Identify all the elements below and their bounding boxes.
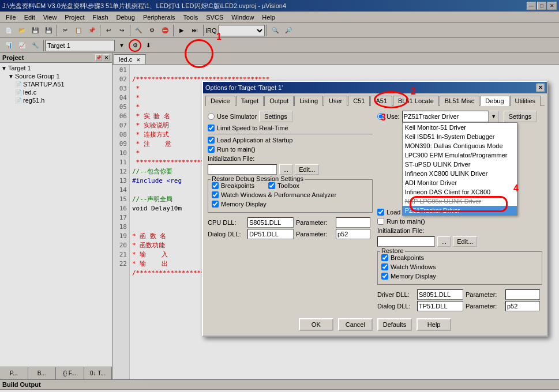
dialog-param-input-left[interactable] [336, 229, 370, 239]
breakpoints-checkbox-right[interactable] [381, 254, 388, 261]
use-simulator-radio[interactable] [208, 113, 215, 120]
dialog-tabs: Device Target Output Listing User C51 A5… [205, 96, 545, 106]
modal-overlay: Options for Target 'Target 1' ✕ Device T… [0, 0, 559, 392]
dll-section-left: CPU DLL: Parameter: Dialog DLL: Paramete… [208, 217, 373, 239]
tab-target[interactable]: Target [236, 96, 264, 106]
driver-option-5[interactable]: ST-uPSD ULINK Driver [403, 160, 517, 169]
driver-param-input-right[interactable] [505, 289, 540, 300]
use-simulator-row: Use Simulator Settings [208, 111, 373, 122]
memory-display-checkbox-right[interactable] [381, 273, 388, 280]
tab-output[interactable]: Output [264, 96, 294, 106]
driver-option-1[interactable]: Keil Monitor-51 Driver [403, 123, 517, 132]
cpu-dll-label-left: CPU DLL: [208, 219, 245, 226]
init-file-label-right: Initialization File: [377, 227, 424, 234]
driver-option-6[interactable]: Infineon XC800 ULINK Driver [403, 169, 517, 178]
dialog-param-input-right[interactable] [505, 301, 540, 311]
cpu-param-input-left[interactable] [336, 217, 370, 228]
dialog-dll-input-left[interactable] [247, 229, 294, 239]
run-to-main-checkbox-right[interactable] [377, 218, 384, 225]
driver-option-2[interactable]: Keil ISD51 In-System Debugger [403, 132, 517, 141]
load-app-checkbox-left[interactable] [208, 137, 215, 144]
ok-button[interactable]: OK [299, 318, 333, 331]
init-file-dots-left[interactable]: ... [279, 164, 292, 175]
tab-c51[interactable]: C51 [348, 96, 370, 106]
cpu-dll-input-left[interactable] [247, 217, 294, 228]
driver-input[interactable] [402, 111, 489, 122]
tab-listing[interactable]: Listing [294, 96, 323, 106]
driver-option-3[interactable]: MON390: Dallas Contiguous Mode [403, 141, 517, 150]
restore-title-right: Restore [380, 247, 405, 254]
breakpoints-checkbox[interactable] [212, 182, 219, 189]
watch-windows-checkbox-right[interactable] [381, 263, 388, 270]
defaults-button[interactable]: Defaults [377, 318, 412, 331]
restore-group-right: Restore Breakpoints Watch Windows [377, 251, 542, 285]
help-button[interactable]: Help [417, 318, 451, 331]
run-to-main-row-left: Run to main() [208, 146, 373, 153]
tab-device[interactable]: Device [205, 96, 235, 106]
watch-windows-checkbox-left[interactable] [212, 191, 219, 198]
load-app-row-left: Load Application at Startup [208, 137, 373, 144]
init-file-label-left: Initialization File: [208, 155, 254, 162]
tab-debug[interactable]: Debug [480, 96, 509, 106]
limit-speed-label: Limit Speed to Real-Time [217, 125, 288, 131]
driver-param-label-right: Parameter: [466, 291, 503, 298]
dialog-dll-row-left: Dialog DLL: Parameter: [208, 229, 373, 239]
annotation-number-1: 1 [216, 32, 222, 42]
use-label-right: Use: [387, 113, 400, 120]
init-file-row-right: Initialization File: [377, 227, 542, 234]
right-settings-button[interactable]: Settings [504, 111, 537, 122]
memory-display-label-left: Memory Display [221, 201, 267, 208]
driver-dll-input-right[interactable] [417, 289, 463, 300]
driver-option-10[interactable]: PZ51Tracker Driver [403, 206, 517, 215]
init-file-input-row-left: ... Edit... [208, 164, 373, 175]
tab-user[interactable]: User [324, 96, 347, 106]
watch-windows-row-left: Watch Windows & Performance Analyzer [212, 191, 369, 198]
init-file-dots-right[interactable]: ... [437, 236, 451, 247]
use-driver-radio[interactable] [377, 113, 384, 120]
limit-speed-row: Limit Speed to Real-Time [208, 125, 373, 131]
toolbox-checkbox[interactable] [268, 182, 275, 189]
left-settings-button[interactable]: Settings [259, 111, 292, 122]
use-simulator-label: Use Simulator [217, 113, 257, 120]
breakpoints-label-right: Breakpoints [391, 254, 424, 261]
param-label-left: Parameter: [296, 219, 333, 226]
dialog-dll-label-right: Dialog DLL: [377, 303, 415, 310]
dialog-title-text: Options for Target 'Target 1' [205, 84, 283, 91]
limit-speed-checkbox[interactable] [208, 125, 215, 131]
driver-dropdown-btn[interactable]: ▼ [489, 111, 499, 122]
tab-bl51-locate[interactable]: BL51 Locate [393, 96, 439, 106]
load-app-checkbox-right[interactable] [377, 209, 384, 216]
init-file-edit-left[interactable]: Edit... [295, 164, 319, 175]
cancel-button[interactable]: Cancel [338, 318, 373, 331]
driver-option-4[interactable]: LPC900 EPM Emulator/Programmer [403, 150, 517, 160]
dialog-content: Use Simulator Settings Limit Speed to Re… [205, 108, 545, 315]
init-file-input-right[interactable] [377, 236, 435, 247]
dialog-btn-row: OK Cancel Defaults Help [205, 315, 545, 333]
dialog-dll-input-right[interactable] [417, 301, 463, 311]
driver-dll-label-right: Driver DLL: [377, 291, 415, 298]
memory-display-row-right: Memory Display [381, 273, 538, 280]
init-file-edit-right[interactable]: Edit... [453, 236, 477, 247]
dialog-dll-row-right: Dialog DLL: Parameter: [377, 301, 542, 311]
watch-windows-row-right: Watch Windows [381, 263, 538, 270]
dialog-dll-label-left: Dialog DLL: [208, 231, 245, 238]
driver-dll-row-right: Driver DLL: Parameter: [377, 289, 542, 300]
use-row-right: Use: ▼ Keil Monitor-51 Driver Keil ISD51… [377, 111, 542, 122]
dialog-body: Device Target Output Listing User C51 A5… [203, 93, 547, 336]
dialog-right: Use: ▼ Keil Monitor-51 Driver Keil ISD51… [377, 111, 542, 312]
tab-a51[interactable]: A51 [370, 96, 392, 106]
tab-utilities[interactable]: Utilities [510, 96, 541, 106]
driver-option-8[interactable]: Infineon DAS Client for XC800 [403, 187, 517, 197]
dialog-close-button[interactable]: ✕ [537, 84, 545, 92]
tab-bl51-misc[interactable]: BL51 Misc [440, 96, 479, 106]
memory-display-row-left: Memory Display [212, 201, 369, 208]
driver-dropdown-area: ▼ Keil Monitor-51 Driver Keil ISD51 In-S… [402, 111, 499, 122]
memory-display-checkbox-left[interactable] [212, 201, 219, 208]
run-to-main-checkbox-left[interactable] [208, 146, 215, 153]
load-app-label-left: Load Application at Startup [217, 137, 292, 144]
init-file-input-left[interactable] [208, 164, 277, 175]
init-file-input-row-right: ... Edit... [377, 236, 542, 247]
watch-windows-label-left: Watch Windows & Performance Analyzer [221, 191, 336, 198]
driver-option-7[interactable]: ADI Monitor Driver [403, 178, 517, 187]
driver-option-9[interactable]: NXP LPC95x ULINK Driver [403, 197, 517, 206]
